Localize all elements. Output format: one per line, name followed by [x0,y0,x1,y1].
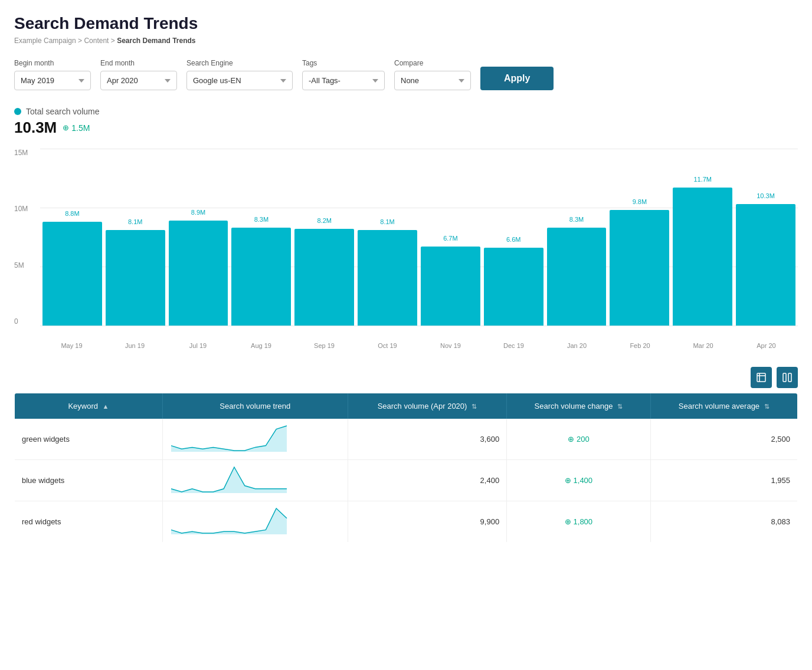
bar-group: 6.7M [421,149,480,326]
x-axis-label: Feb 20 [608,342,672,349]
th-keyword-label: Keyword [68,402,98,410]
export-button[interactable] [751,367,772,388]
breadcrumb-current: Search Demand Trends [117,37,195,45]
bar: 6.6M [484,248,543,326]
metric-dot [14,108,21,115]
begin-month-filter: Begin month May 2019 [14,59,91,90]
x-axis-label: Dec 19 [482,342,545,349]
change-up-icon: ⊕ [568,435,574,444]
th-change-label: Search volume change [535,402,613,410]
bar-group: 10.3M [736,149,795,326]
table-row: red widgets9,900⊕ 1,8008,083 [15,501,798,543]
bar-chart: 15M 10M 5M 0 8.8M8.1M8.9M8.3M8.2M8.1M6.7… [14,149,798,349]
bar-group: 8.8M [42,149,102,326]
volume-cell: 3,600 [348,419,507,460]
x-axis-label: May 19 [40,342,103,349]
search-engine-select[interactable]: Google us-EN [186,71,293,90]
mini-sparkline [170,506,288,536]
x-axis-label: Jun 19 [103,342,166,349]
bar: 8.9M [169,221,228,326]
bar-group: 11.7M [673,149,732,326]
bar-value-label: 9.8M [633,198,647,205]
average-cell: 2,500 [650,419,797,460]
bar-value-label: 8.2M [317,217,331,224]
bar-group: 8.3M [231,149,291,326]
end-month-filter: End month Apr 2020 [100,59,177,90]
bar: 8.1M [106,230,165,326]
bar-value-label: 8.3M [569,216,584,223]
table-toolbar [14,367,798,388]
sort-asc-icon: ▲ [103,403,109,410]
bar-value-label: 8.1M [380,218,394,225]
volume-cell: 9,900 [348,501,507,543]
bars-container: 8.8M8.1M8.9M8.3M8.2M8.1M6.7M6.6M8.3M9.8M… [40,149,798,326]
change-value: ⊕ 200 [514,435,643,444]
bar-group: 8.1M [358,149,417,326]
th-keyword[interactable]: Keyword ▲ [15,393,163,419]
table-body: green widgets3,600⊕ 2002,500blue widgets… [15,419,798,543]
tags-label: Tags [302,59,385,67]
change-up-icon: ⊕ [565,517,571,526]
svg-rect-0 [757,373,765,382]
search-engine-filter: Search Engine Google us-EN [186,59,293,90]
table-header-row: Keyword ▲ Search volume trend Search vol… [15,393,798,419]
change-value: ⊕ 1,800 [514,517,643,526]
x-axis-label: Mar 20 [672,342,735,349]
mini-sparkline [170,423,288,453]
change-value: ⊕ 1,400 [514,476,643,485]
bar-value-label: 6.6M [506,236,520,243]
bar-value-label: 10.3M [757,192,775,199]
bar-value-label: 8.1M [128,218,142,225]
bar-value-label: 8.9M [191,209,205,216]
change-up-icon: ⊕ [565,476,571,485]
th-volume[interactable]: Search volume (Apr 2020) ⇅ [348,393,507,419]
breadcrumb: Example Campaign > Content > Search Dema… [14,37,798,45]
bar-value-label: 11.7M [693,176,712,183]
bar: 8.3M [547,228,607,326]
breadcrumb-campaign: Example Campaign [14,37,76,45]
x-axis-label: Aug 19 [230,342,293,349]
metric-section: Total search volume 10.3M ⊕ 1.5M [14,107,798,137]
bar-group: 9.8M [610,149,669,326]
end-month-select[interactable]: Apr 2020 [100,71,177,90]
bar-group: 8.3M [547,149,607,326]
table-row: green widgets3,600⊕ 2002,500 [15,419,798,460]
x-axis-label: Jul 19 [166,342,230,349]
compare-select[interactable]: None [394,71,471,90]
columns-button[interactable] [777,367,798,388]
compare-filter: Compare None [394,59,471,90]
compare-label: Compare [394,59,471,67]
grid-line-0 [40,326,798,326]
page-title: Search Demand Trends [14,14,798,33]
search-engine-label: Search Engine [186,59,293,67]
bar: 8.3M [231,228,291,326]
bar: 11.7M [673,188,732,326]
tags-select[interactable]: -All Tags- [302,71,385,90]
bar-group: 8.1M [106,149,165,326]
data-table: Keyword ▲ Search volume trend Search vol… [14,393,798,543]
x-axis-label: Jan 20 [545,342,608,349]
x-axis-label: Sep 19 [293,342,356,349]
metric-label-text: Total search volume [26,107,100,116]
apply-button[interactable]: Apply [480,67,554,90]
x-axis-label: Oct 19 [356,342,419,349]
filters-bar: Begin month May 2019 End month Apr 2020 … [14,59,798,90]
begin-month-select[interactable]: May 2019 [14,71,91,90]
th-change[interactable]: Search volume change ⇅ [507,393,650,419]
change-cell: ⊕ 1,800 [507,501,650,543]
th-change-sort-icon: ⇅ [617,403,623,410]
th-volume-label: Search volume (Apr 2020) [378,402,467,410]
th-trend[interactable]: Search volume trend [162,393,348,419]
trend-chart-cell [162,501,348,543]
th-volume-sort-icon: ⇅ [472,403,477,410]
average-cell: 1,955 [650,460,797,501]
metric-number: 10.3M [14,119,57,137]
change-cell: ⊕ 1,400 [507,460,650,501]
up-arrow-icon: ⊕ [63,123,69,132]
bar: 6.7M [421,247,480,326]
th-average[interactable]: Search volume average ⇅ [650,393,797,419]
table-row: blue widgets2,400⊕ 1,4001,955 [15,460,798,501]
svg-rect-4 [788,373,791,382]
y-label-0: 0 [14,317,38,326]
breadcrumb-section: Content [84,37,109,45]
